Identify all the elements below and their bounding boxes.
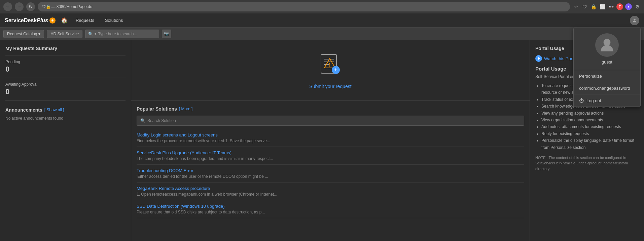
url-text: ....:8080/HomePage.do <box>51 4 92 9</box>
glasses-icon[interactable]: 👓 <box>608 3 614 10</box>
popular-solutions-title: Popular Solutions <box>137 106 177 112</box>
webcam-button[interactable]: 📷 <box>162 30 171 38</box>
svg-text:+: + <box>334 67 337 73</box>
nav-solutions[interactable]: Solutions <box>102 16 126 24</box>
username: guest <box>602 59 612 65</box>
awaiting-approval-stat: Awaiting Approval 0 <box>5 82 126 96</box>
announcements-section: Announcements [ Show all ] No active ann… <box>5 107 126 121</box>
ad-self-service-button[interactable]: AD Self Service <box>47 30 82 38</box>
request-catalog-label: Request Catalog <box>7 32 37 36</box>
show-all-link[interactable]: [ Show all ] <box>44 108 64 112</box>
main-layout: My Requests Summary Pending 0 Awaiting A… <box>0 40 644 241</box>
play-button[interactable] <box>535 55 542 62</box>
solution-desc: 'Either access denied for the user or th… <box>137 174 524 179</box>
refresh-button[interactable]: ↻ <box>26 2 35 11</box>
play-triangle-icon <box>538 57 540 60</box>
shield-icon[interactable]: 🛡 <box>581 3 588 10</box>
back-button[interactable]: ← <box>3 2 12 11</box>
portal-feature-item: Reply for existing requests <box>541 130 639 137</box>
solution-title: SSD Data Destruction (Windows 10 upgrade… <box>137 204 524 209</box>
url-bar[interactable]: 🛡 🔒 ....:8080/HomePage.do <box>38 2 570 11</box>
solution-desc: 1. Open remoteaccess.megabank.com in a w… <box>137 192 524 197</box>
solution-item[interactable]: MegaBank Remote Access procedure 1. Open… <box>137 183 524 200</box>
bookmark-icon[interactable]: ☆ <box>573 3 579 10</box>
announcements-title: Announcements <box>5 107 42 113</box>
webcam-icon: 📷 <box>164 31 169 36</box>
divider-2 <box>5 78 126 78</box>
solution-title: Modify Login screens and Logout screens <box>137 132 524 137</box>
search-icon: 🔍 <box>88 32 93 36</box>
user-avatar-large <box>595 33 619 57</box>
solution-item[interactable]: Modify Login screens and Logout screens … <box>137 129 524 147</box>
settings-icon[interactable]: ⚙ <box>634 3 641 10</box>
dropdown-arrow-icon: ▾ <box>38 32 40 36</box>
portal-feature-item: View any pending approval actions <box>541 110 639 117</box>
ad-self-service-label: AD Self Service <box>50 32 79 36</box>
user-dropdown-header: guest <box>574 28 640 70</box>
solution-item[interactable]: SSD Data Destruction (Windows 10 upgrade… <box>137 200 524 218</box>
solution-item[interactable]: Troubleshooting DCOM Error 'Either acces… <box>137 165 524 183</box>
solution-search-icon: 🔍 <box>140 118 145 123</box>
lock-icon[interactable]: 🔒 <box>590 3 597 10</box>
solution-title: ServiceDesk Plus Upgrade (Audience: IT T… <box>137 150 524 155</box>
portal-feature-item: Add notes, attachments for existing requ… <box>541 123 639 130</box>
awaiting-approval-value: 0 <box>5 87 126 96</box>
request-catalog-button[interactable]: Request Catalog ▾ <box>3 30 44 38</box>
svg-point-9 <box>604 39 611 46</box>
divider-1 <box>5 55 126 55</box>
url-shield-icon: 🛡 <box>42 4 46 9</box>
solution-title: Troubleshooting DCOM Error <box>137 168 524 173</box>
divider-3 <box>5 100 126 101</box>
search-input[interactable] <box>98 32 152 36</box>
search-dropdown-icon[interactable]: ▾ <box>95 32 97 36</box>
solutions-list: Modify Login screens and Logout screens … <box>137 129 524 218</box>
submit-request-area: ! + Submit your request <box>131 40 530 101</box>
browser-chrome: ← → ↻ 🛡 🔒 ....:8080/HomePage.do ☆ 🛡 🔒 ⬜ … <box>0 0 644 13</box>
portal-note: NOTE : The content of this section can b… <box>535 155 639 172</box>
logo-text: ServiceDeskPlus <box>5 17 48 24</box>
popular-solutions-header: Popular Solutions [ More ] <box>137 106 524 112</box>
submit-request-link[interactable]: Submit your request <box>309 84 351 89</box>
popular-solutions: Popular Solutions [ More ] 🔍 Modify Logi… <box>131 101 530 224</box>
solution-search-input[interactable] <box>147 118 521 123</box>
extension-red-icon[interactable]: F <box>616 3 623 10</box>
extension-purple-icon[interactable]: ✦ <box>625 3 632 10</box>
change-password-item[interactable]: common.changepassword <box>574 82 640 94</box>
solution-desc: Find below the procedure to meet with yo… <box>137 138 524 143</box>
toolbar: Request Catalog ▾ AD Self Service 🔍 ▾ 📷 <box>0 28 644 40</box>
submit-icon: ! + <box>317 52 344 80</box>
nav-requests[interactable]: Requests <box>73 16 97 24</box>
forward-button[interactable]: → <box>15 2 24 11</box>
portal-feature-item: Personalize the display language, date /… <box>541 137 639 151</box>
awaiting-approval-label: Awaiting Approval <box>5 82 126 87</box>
svg-point-0 <box>634 18 635 20</box>
logo-plus: + <box>49 17 56 24</box>
pending-stat: Pending 0 <box>5 59 126 74</box>
browser-right-icons: ☆ 🛡 🔒 ⬜ 👓 F ✦ ⚙ <box>573 3 641 10</box>
app-header: ServiceDeskPlus + 🏠 Requests Solutions <box>0 13 644 28</box>
header-right <box>630 16 639 25</box>
left-panel: My Requests Summary Pending 0 Awaiting A… <box>0 40 131 241</box>
logout-item[interactable]: ⏻ Log out <box>574 94 640 107</box>
no-announcements-text: No active announcements found <box>5 116 126 121</box>
user-dropdown: guest Personalize common.changepassword … <box>573 28 641 107</box>
url-lock-icon: 🔒 <box>46 4 51 9</box>
announcements-header: Announcements [ Show all ] <box>5 107 126 113</box>
pending-value: 0 <box>5 65 126 74</box>
personalize-item[interactable]: Personalize <box>574 70 640 82</box>
tab-icon[interactable]: ⬜ <box>599 3 606 10</box>
solution-item[interactable]: ServiceDesk Plus Upgrade (Audience: IT T… <box>137 147 524 165</box>
solution-search-bar[interactable]: 🔍 <box>137 116 524 126</box>
logout-icon: ⏻ <box>579 98 584 103</box>
pending-label: Pending <box>5 59 126 64</box>
search-bar[interactable]: 🔍 ▾ <box>85 30 159 38</box>
logout-label: Log out <box>586 98 601 103</box>
center-panel: ! + Submit your request Popular Solution… <box>131 40 530 241</box>
more-link[interactable]: [ More ] <box>179 107 193 111</box>
svg-text:!: ! <box>329 62 331 68</box>
solution-desc: Please ensure that old SSD disks are sub… <box>137 210 524 214</box>
logo: ServiceDeskPlus + <box>5 17 56 24</box>
home-button[interactable]: 🏠 <box>61 17 68 24</box>
user-avatar-button[interactable] <box>630 16 639 25</box>
portal-feature-item: View organization announcements <box>541 117 639 123</box>
